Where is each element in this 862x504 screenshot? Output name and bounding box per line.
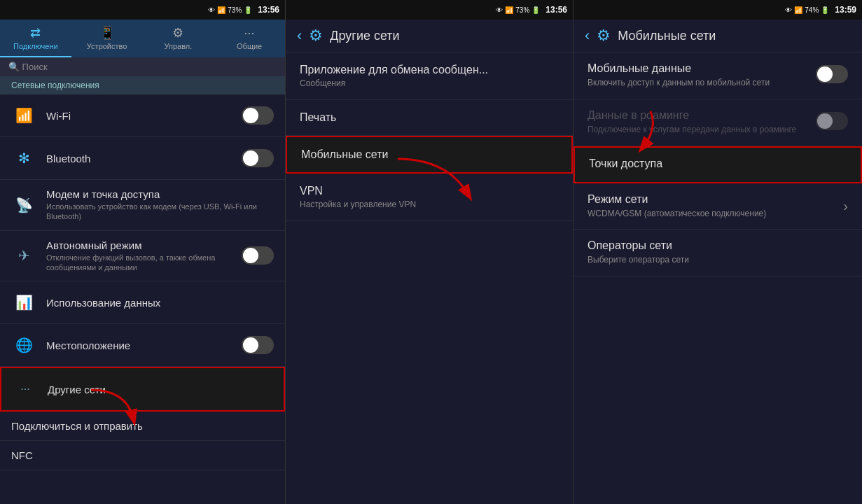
- mobiledata-text: Мобильные данные Включить доступ к данны…: [588, 62, 809, 89]
- setting-sendconnect[interactable]: Подключиться и отправить: [0, 412, 285, 441]
- signal-icon: 📶: [217, 6, 225, 14]
- battery-text-2: 73%: [515, 6, 529, 14]
- signal-icon-3: 📶: [794, 6, 802, 14]
- bluetooth-toggle[interactable]: [242, 149, 274, 167]
- section-header-label: Сетевые подключения: [11, 80, 99, 90]
- menu-vpn[interactable]: VPN Настройка и управление VPN: [286, 174, 573, 221]
- panel-connections: 👁 📶 73% 🔋 13:56 ⇄ Подключени 📱 Устройств…: [0, 0, 286, 504]
- battery-icon-3: 🔋: [821, 6, 829, 14]
- setting-airplane[interactable]: ✈ Автономный режим Отключение функций вы…: [0, 231, 285, 282]
- modem-subtitle: Использовать устройство как модем (через…: [46, 202, 274, 222]
- mobiledata-toggle[interactable]: [816, 65, 848, 83]
- modem-text: Модем и точка доступа Использовать устро…: [46, 188, 274, 222]
- screen-icon: 👁: [208, 6, 215, 14]
- settings-list: 📶 Wi-Fi ✻ Bluetooth 📡 Модем и точка дост…: [0, 94, 285, 504]
- location-text: Местоположение: [46, 340, 242, 351]
- setting-netmode[interactable]: Режим сети WCDMA/GSM (автоматическое под…: [573, 183, 862, 230]
- header-title-2: Другие сети: [330, 29, 399, 43]
- menu-print[interactable]: Печать: [286, 100, 573, 136]
- vpn-subtitle: Настройка и управление VPN: [300, 200, 559, 209]
- setting-nfc[interactable]: NFC: [0, 441, 285, 470]
- setting-operators[interactable]: Операторы сети Выберите оператора сети: [573, 230, 862, 276]
- back-button-3[interactable]: ‹: [585, 27, 590, 45]
- mobiledata-title: Мобильные данные: [588, 62, 809, 75]
- location-toggle[interactable]: [242, 336, 274, 354]
- mobile-nets-container: Мобильные сети: [286, 136, 573, 174]
- setting-roaming[interactable]: Данные в роаминге Подключение к услугам …: [573, 99, 862, 146]
- wifi-toggle[interactable]: [242, 106, 274, 125]
- battery-text: 73%: [228, 6, 242, 14]
- messaging-title: Приложение для обмена сообщен...: [300, 64, 559, 76]
- setting-accesspoints[interactable]: Точки доступа: [573, 146, 862, 183]
- roaming-subtitle: Подключение к услугам передачи данных в …: [588, 124, 809, 136]
- tab-bar: ⇄ Подключени 📱 Устройство ⚙ Управл. ··· …: [0, 20, 285, 57]
- setting-bluetooth[interactable]: ✻ Bluetooth: [0, 137, 285, 180]
- signal-icon-2: 📶: [505, 6, 513, 14]
- netmode-text: Режим сети WCDMA/GSM (автоматическое под…: [588, 193, 837, 220]
- status-icons-1: 👁 📶 73% 🔋: [208, 6, 252, 14]
- header-gear-icon-3: ⚙: [597, 27, 611, 45]
- bluetooth-toggle-knob: [243, 150, 258, 166]
- tab-device[interactable]: 📱 Устройство: [71, 20, 143, 57]
- print-title: Печать: [300, 111, 559, 124]
- header-title-3: Мобильные сети: [618, 29, 716, 43]
- battery-icon-2: 🔋: [531, 6, 540, 14]
- wifi-text: Wi-Fi: [46, 110, 242, 122]
- search-bar: 🔍 Поиск: [0, 57, 285, 76]
- setting-othernets[interactable]: ··· Другие сети: [0, 367, 285, 412]
- status-icons-3: 👁 📶 74% 🔋: [785, 6, 829, 14]
- battery-text-3: 74%: [805, 6, 819, 14]
- mobile-settings-list: Мобильные данные Включить доступ к данны…: [573, 52, 862, 504]
- status-bar-1: 👁 📶 73% 🔋 13:56: [0, 0, 285, 20]
- menu-list-2: Приложение для обмена сообщен... Сообщен…: [286, 52, 573, 504]
- nfc-text: NFC: [11, 449, 274, 461]
- setting-wifi[interactable]: 📶 Wi-Fi: [0, 94, 285, 137]
- menu-messaging[interactable]: Приложение для обмена сообщен... Сообщен…: [286, 52, 573, 100]
- time-2: 13:56: [545, 5, 567, 15]
- netmode-chevron: ›: [843, 198, 848, 214]
- bluetooth-text: Bluetooth: [46, 153, 242, 164]
- tab-manage[interactable]: ⚙ Управл.: [143, 20, 214, 57]
- setting-datausage[interactable]: 📊 Использование данных: [0, 281, 285, 324]
- operators-subtitle: Выберите оператора сети: [588, 254, 848, 266]
- wifi-toggle-knob: [243, 108, 258, 123]
- tab-connections[interactable]: ⇄ Подключени: [0, 20, 71, 57]
- tab-general[interactable]: ··· Общие: [214, 20, 285, 57]
- airplane-toggle[interactable]: [242, 246, 274, 265]
- roaming-title: Данные в роаминге: [588, 109, 809, 122]
- roaming-text: Данные в роаминге Подключение к услугам …: [588, 109, 809, 136]
- othernets-text: Другие сети: [48, 384, 272, 396]
- status-icons-2: 👁 📶 73% 🔋: [496, 6, 540, 14]
- othernets-title: Другие сети: [48, 384, 272, 396]
- roaming-toggle[interactable]: [816, 112, 848, 130]
- tab-manage-icon: ⚙: [172, 25, 183, 41]
- location-title: Местоположение: [46, 340, 242, 351]
- bluetooth-icon: ✻: [11, 146, 36, 171]
- screen-icon-3: 👁: [785, 6, 792, 14]
- wifi-icon: 📶: [11, 103, 36, 128]
- status-bar-2: 👁 📶 73% 🔋 13:56: [286, 0, 573, 20]
- datausage-text: Использование данных: [46, 297, 274, 309]
- screen-icon-2: 👁: [496, 6, 503, 14]
- tab-connections-icon: ⇄: [30, 25, 41, 41]
- airplane-icon: ✈: [11, 243, 36, 268]
- netmode-subtitle: WCDMA/GSM (автоматическое подключение): [588, 208, 837, 220]
- setting-modem[interactable]: 📡 Модем и точка доступа Использовать уст…: [0, 180, 285, 231]
- back-button-2[interactable]: ‹: [297, 27, 302, 45]
- wifi-title: Wi-Fi: [46, 110, 242, 122]
- setting-location[interactable]: 🌐 Местоположение: [0, 324, 285, 367]
- mobiledata-toggle-knob: [817, 66, 833, 82]
- netmode-title: Режим сети: [588, 193, 837, 206]
- setting-mobiledata[interactable]: Мобильные данные Включить доступ к данны…: [573, 52, 862, 99]
- othernets-container: ··· Другие сети: [0, 367, 285, 412]
- search-placeholder: 🔍 Поиск: [8, 62, 48, 72]
- messaging-subtitle: Сообщения: [300, 78, 559, 88]
- airplane-title: Автономный режим: [46, 239, 242, 251]
- tab-device-label: Устройство: [87, 42, 127, 50]
- time-1: 13:56: [258, 5, 279, 15]
- sendconnect-text: Подключиться и отправить: [11, 420, 274, 432]
- nfc-title: NFC: [11, 449, 274, 461]
- bluetooth-title: Bluetooth: [46, 153, 242, 164]
- time-3: 13:59: [835, 5, 856, 15]
- menu-mobilenets[interactable]: Мобильные сети: [286, 136, 573, 174]
